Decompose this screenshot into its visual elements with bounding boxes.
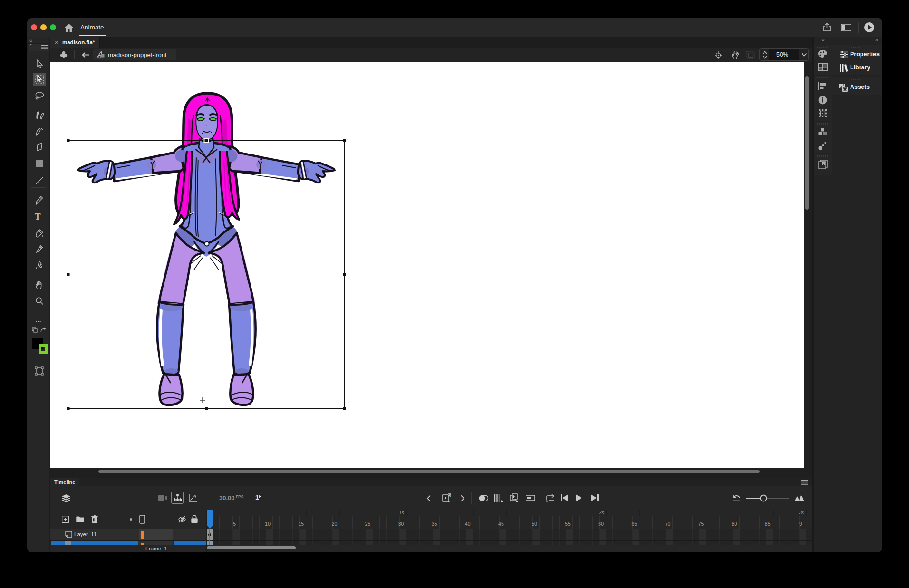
svg-text:A: A	[449, 494, 451, 497]
